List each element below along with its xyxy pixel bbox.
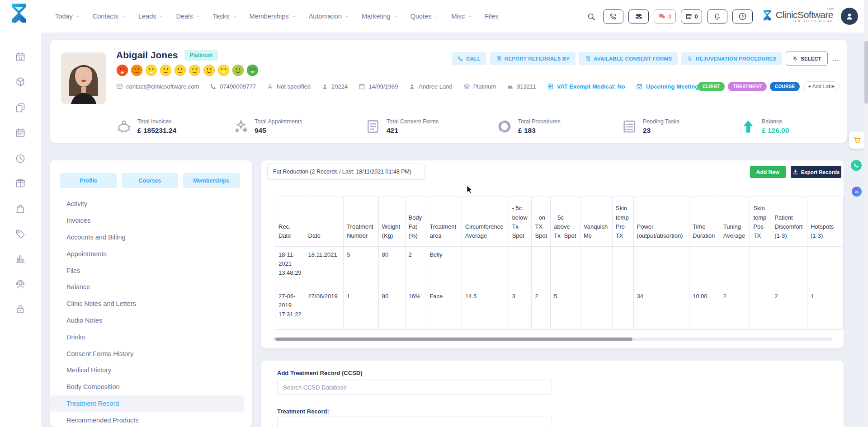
tab-courses[interactable]: Courses — [122, 173, 178, 188]
contact-item[interactable]: Upcoming Meetings — [636, 83, 702, 90]
add-label-button[interactable]: + Add Labe — [803, 81, 840, 91]
treatment-record-input[interactable] — [277, 417, 552, 427]
person-fill-icon — [321, 83, 328, 90]
nav-item-leads[interactable]: Leads — [138, 13, 164, 20]
inbox-button[interactable] — [628, 9, 649, 23]
sidebar-item-body-composition[interactable]: Body Composition — [50, 379, 244, 395]
notifications-button[interactable] — [707, 9, 727, 23]
table-header-cell: Date — [305, 197, 344, 247]
caret-icon — [159, 14, 164, 19]
search-icon[interactable] — [587, 12, 595, 21]
action-button-available-consent-forms[interactable]: AVAILABLE CONSENT FORMS — [579, 52, 678, 65]
help-button[interactable]: ? — [732, 9, 753, 23]
action-button-call[interactable]: CALL — [452, 52, 486, 65]
nav-item-contacts[interactable]: Contacts — [93, 13, 126, 20]
rail-cube-button[interactable] — [15, 76, 26, 89]
record-type-selector[interactable]: Fat Reduction (2 Records / Last: 18/11/2… — [267, 164, 425, 180]
rail-lock-button[interactable] — [15, 304, 26, 316]
nav-item-label: Leads — [138, 13, 156, 20]
mood-face-1-icon[interactable] — [116, 64, 128, 76]
rail-history-button[interactable] — [15, 153, 26, 166]
sidebar-item-balance[interactable]: Balance — [50, 279, 244, 296]
tab-memberships[interactable]: Memberships — [183, 173, 240, 188]
mood-face-8-icon[interactable] — [217, 64, 230, 76]
contact-item[interactable]: VAT Exempt Medical: No — [547, 83, 625, 90]
sidebar-item-drinks[interactable]: Drinks — [50, 328, 244, 345]
rail-bag-button[interactable] — [15, 203, 26, 216]
sidebar-item-medical-history[interactable]: Medical History — [50, 362, 244, 379]
menu-tabs: ProfileCoursesMemberships — [50, 160, 252, 188]
horizontal-scrollbar-thumb[interactable] — [275, 338, 632, 341]
mood-face-2-icon[interactable] — [131, 64, 143, 76]
table-header-cell: - 5c above Tx- Spot — [551, 197, 580, 247]
rail-calendar-grid-button[interactable] — [15, 127, 26, 140]
mood-face-5-icon[interactable] — [174, 64, 186, 76]
brand-tagline: TEN STEPS AHEAD — [776, 20, 833, 23]
bag-icon — [15, 203, 26, 214]
download-icon — [793, 169, 798, 175]
rail-tag-button[interactable] — [15, 228, 26, 241]
mood-face-6-icon[interactable] — [189, 64, 201, 76]
chat-button[interactable]: 3 — [654, 9, 675, 23]
mood-face-4-icon[interactable] — [160, 64, 172, 76]
mood-face-9-icon[interactable] — [232, 64, 244, 76]
sidebar-item-clinic-notes-and-letters[interactable]: Clinic Notes and Letters — [50, 296, 244, 312]
nav-item-automation[interactable]: Automation — [309, 13, 349, 20]
contact-item-text: VAT Exempt Medical: No — [557, 83, 625, 90]
table-header-cell: Tuning Average — [720, 197, 750, 247]
table-header-cell: Rec. Date — [275, 197, 305, 247]
add-new-button[interactable]: Add New — [750, 166, 786, 178]
nav-item-tasks[interactable]: Tasks — [213, 13, 237, 20]
sidebar-item-files[interactable]: Files — [50, 262, 244, 279]
action-button-label: AVAILABLE CONSENT FORMS — [594, 56, 672, 61]
tab-profile[interactable]: Profile — [60, 173, 117, 188]
sidebar-item-audio-notes[interactable]: Audio Notes — [50, 312, 244, 329]
nav-item-deals[interactable]: Deals — [176, 13, 200, 20]
patient-photo[interactable] — [61, 52, 106, 104]
clinicsoftware-logo-mark[interactable] — [8, 3, 30, 29]
nav-item-marketing[interactable]: Marketing — [362, 13, 398, 20]
sidebar-item-recommended-products[interactable]: Recommended Products — [50, 412, 244, 427]
sidebar-item-accounts-and-billing[interactable]: Accounts and Billing — [50, 229, 244, 246]
export-records-button[interactable]: Export Records — [791, 166, 841, 178]
sidebar-item-activity[interactable]: Activity — [50, 196, 244, 212]
ccsd-search-input[interactable] — [277, 380, 552, 395]
nav-item-today[interactable]: Today — [55, 13, 80, 20]
mood-face-3-icon[interactable] — [145, 64, 157, 76]
rail-calendar-12-button[interactable]: 12 — [15, 52, 26, 64]
nav-item-files[interactable]: Files — [485, 13, 499, 20]
rail-gift-button[interactable] — [15, 178, 26, 190]
rail-copy-button[interactable] — [15, 102, 26, 115]
action-button-report-referrals-by[interactable]: REPORT REFERRALS BY — [490, 52, 576, 65]
dialer-button[interactable] — [603, 9, 623, 23]
checklist-icon — [622, 119, 637, 134]
sidebar-item-appointments[interactable]: Appointments — [50, 245, 244, 262]
mood-face-10-icon[interactable] — [246, 64, 259, 76]
contact-item-text: 07490009777 — [220, 83, 256, 90]
nav-item-misc[interactable]: Misc — [451, 13, 472, 20]
more-options-button[interactable]: ... — [831, 55, 840, 63]
hand-icon — [792, 56, 798, 61]
patient-menu-card: ProfileCoursesMemberships ActivityInvoic… — [50, 160, 252, 427]
user-avatar[interactable] — [841, 8, 858, 25]
action-button-rejuvenation-procedures[interactable]: REJUVENATION PROCEDURES — [681, 52, 782, 65]
call-widget[interactable] — [851, 160, 862, 171]
sidebar-item-invoices[interactable]: Invoices — [50, 212, 244, 229]
clinicsoftware-wordmark[interactable]: ClinicSoftware .com TEN STEPS AHEAD — [761, 9, 833, 23]
table-header-cell: - on TX- Spot — [532, 197, 551, 247]
rail-support-button[interactable] — [15, 279, 26, 291]
select-button[interactable]: SELECT — [786, 52, 827, 66]
basket-button[interactable]: 0 — [681, 9, 702, 23]
ai-widget[interactable]: AI — [852, 187, 862, 197]
mood-face-7-icon[interactable] — [203, 64, 215, 76]
vertical-scrollbar-track — [864, 0, 868, 427]
stat-label: Pending Tasks — [643, 118, 679, 125]
cart-widget[interactable] — [849, 131, 865, 149]
nav-item-memberships[interactable]: Memberships — [250, 13, 297, 20]
rail-chart-button[interactable] — [15, 253, 26, 266]
contact-item-text: 313211 — [517, 83, 536, 90]
nav-item-quotes[interactable]: Quotes — [410, 13, 439, 20]
vertical-scrollbar-thumb[interactable] — [864, 41, 868, 104]
sidebar-item-treatment-record[interactable]: Treatment Record — [50, 395, 244, 412]
sidebar-item-consent-forms-history[interactable]: Consent Forms History — [50, 345, 244, 362]
